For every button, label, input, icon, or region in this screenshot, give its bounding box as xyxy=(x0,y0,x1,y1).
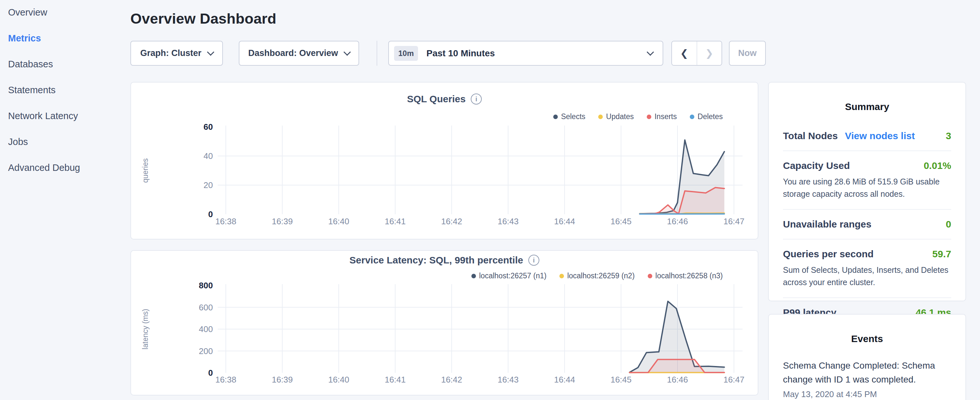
summary-rows: Total NodesView nodes list3Capacity Used… xyxy=(783,131,951,318)
summary-row-description: You are using 28.6 MiB of 515.9 GiB usab… xyxy=(783,176,951,200)
svg-text:16:44: 16:44 xyxy=(554,217,575,226)
service-latency-plot: 16:3816:3916:4016:4116:4216:4316:4416:45… xyxy=(131,251,758,395)
summary-panel: Summary Total NodesView nodes list3Capac… xyxy=(768,82,966,301)
summary-row: Unavailable ranges0 xyxy=(783,219,951,230)
svg-text:16:45: 16:45 xyxy=(611,375,632,384)
event-item: Schema Change Completed: Schema change w… xyxy=(783,359,951,399)
toolbar: Graph: Cluster Dashboard: Overview 10m P… xyxy=(0,41,980,66)
svg-text:latency (ms): latency (ms) xyxy=(141,309,150,349)
event-timestamp: May 13, 2020 at 4:45 PM xyxy=(783,389,951,399)
time-pager: ❮ ❯ xyxy=(671,41,722,66)
svg-text:16:38: 16:38 xyxy=(215,217,236,226)
sidebar-item-network-latency[interactable]: Network Latency xyxy=(8,103,124,129)
chevron-down-icon xyxy=(647,49,654,56)
svg-text:16:45: 16:45 xyxy=(611,217,632,226)
svg-text:200: 200 xyxy=(199,346,213,356)
svg-text:16:46: 16:46 xyxy=(667,217,688,226)
prev-interval-button[interactable]: ❮ xyxy=(672,41,697,65)
summary-row-value: 3 xyxy=(946,131,951,142)
svg-text:16:47: 16:47 xyxy=(724,217,745,226)
summary-divider xyxy=(783,150,951,151)
svg-text:600: 600 xyxy=(199,303,213,312)
svg-text:16:41: 16:41 xyxy=(385,217,406,226)
toolbar-divider xyxy=(377,41,377,66)
summary-divider xyxy=(783,297,951,298)
svg-text:40: 40 xyxy=(204,151,213,161)
sql-queries-plot: 16:3816:3916:4016:4116:4216:4316:4416:45… xyxy=(131,83,758,239)
time-range-label: Past 10 Minutes xyxy=(426,48,495,59)
summary-row-description: Sum of Selects, Updates, Inserts, and De… xyxy=(783,264,951,288)
summary-divider xyxy=(783,239,951,239)
next-interval-button[interactable]: ❯ xyxy=(697,41,722,65)
chevron-right-icon: ❯ xyxy=(705,49,713,58)
svg-text:queries: queries xyxy=(141,158,150,183)
summary-title: Summary xyxy=(783,101,951,112)
svg-text:0: 0 xyxy=(208,368,213,378)
summary-row-value: 0 xyxy=(946,219,951,230)
svg-text:16:40: 16:40 xyxy=(328,217,349,226)
graph-scope-dropdown-label: Graph: Cluster xyxy=(140,48,201,58)
svg-text:16:44: 16:44 xyxy=(554,375,575,384)
sidebar-item-advanced-debug[interactable]: Advanced Debug xyxy=(8,155,124,180)
page-title: Overview Dashboard xyxy=(130,8,276,30)
summary-row: Total NodesView nodes list3 xyxy=(783,131,951,142)
svg-text:16:39: 16:39 xyxy=(272,375,293,384)
svg-text:16:42: 16:42 xyxy=(441,217,462,226)
view-nodes-link[interactable]: View nodes list xyxy=(845,131,915,142)
sidebar-item-overview[interactable]: Overview xyxy=(8,0,124,25)
time-range-dropdown[interactable]: 10m Past 10 Minutes xyxy=(388,41,663,66)
svg-text:16:41: 16:41 xyxy=(385,375,406,384)
time-range-badge: 10m xyxy=(394,46,418,61)
summary-row-label: Queries per second xyxy=(783,249,873,260)
summary-row-value: 59.7 xyxy=(932,249,951,260)
svg-text:16:42: 16:42 xyxy=(441,375,462,384)
service-latency-chart-card: Service Latency: SQL, 99th percentile i … xyxy=(130,250,758,395)
dashboard-dropdown-label: Dashboard: Overview xyxy=(248,48,338,58)
svg-text:60: 60 xyxy=(204,122,213,132)
sql-queries-chart-card: SQL Queries i SelectsUpdatesInsertsDelet… xyxy=(130,82,758,239)
svg-text:800: 800 xyxy=(199,280,213,290)
svg-text:16:47: 16:47 xyxy=(724,375,745,384)
chevron-left-icon: ❮ xyxy=(680,49,688,58)
chevron-down-icon xyxy=(207,49,214,56)
sidebar-item-statements[interactable]: Statements xyxy=(8,77,124,103)
summary-row-value: 0.01% xyxy=(924,160,951,171)
events-title: Events xyxy=(783,333,951,344)
svg-text:400: 400 xyxy=(199,324,213,334)
chevron-down-icon xyxy=(343,49,351,56)
svg-text:16:43: 16:43 xyxy=(498,375,519,384)
events-panel: Events Schema Change Completed: Schema c… xyxy=(768,314,966,400)
svg-text:16:39: 16:39 xyxy=(272,217,293,226)
sidebar-item-jobs[interactable]: Jobs xyxy=(8,129,124,155)
svg-text:16:46: 16:46 xyxy=(667,375,688,384)
event-text: Schema Change Completed: Schema change w… xyxy=(783,359,951,387)
svg-text:16:38: 16:38 xyxy=(215,375,236,384)
now-button[interactable]: Now xyxy=(729,41,766,66)
summary-row: Queries per second59.7Sum of Selects, Up… xyxy=(783,249,951,288)
graph-scope-dropdown[interactable]: Graph: Cluster xyxy=(130,41,223,66)
svg-text:16:43: 16:43 xyxy=(498,217,519,226)
svg-text:16:40: 16:40 xyxy=(328,375,349,384)
sidebar-nav-list: OverviewMetricsDatabasesStatementsNetwor… xyxy=(8,0,124,180)
summary-row: Capacity Used0.01%You are using 28.6 MiB… xyxy=(783,160,951,200)
sidebar: OverviewMetricsDatabasesStatementsNetwor… xyxy=(8,0,124,180)
summary-row-label: Capacity Used xyxy=(783,160,850,171)
summary-divider xyxy=(783,209,951,210)
summary-row-label: Total Nodes xyxy=(783,131,838,142)
events-list: Schema Change Completed: Schema change w… xyxy=(783,359,951,399)
svg-text:20: 20 xyxy=(204,180,213,190)
summary-row-label: Unavailable ranges xyxy=(783,219,871,230)
dashboard-dropdown[interactable]: Dashboard: Overview xyxy=(239,41,359,66)
svg-text:0: 0 xyxy=(208,209,213,219)
